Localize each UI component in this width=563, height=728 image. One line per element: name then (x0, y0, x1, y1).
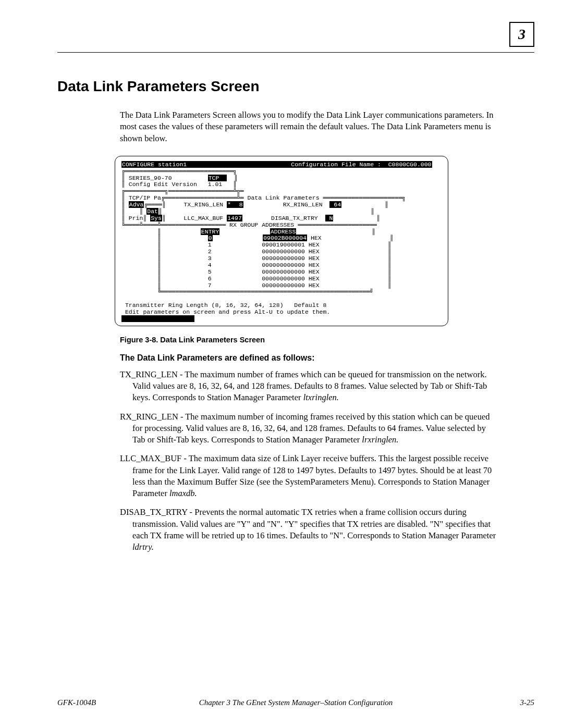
footer-center: Chapter 3 The GEnet System Manager–Stati… (57, 698, 534, 707)
chapter-number-box: 3 (509, 22, 534, 47)
param-def-3: DISAB_TX_RTRY - Prevents the normal auto… (120, 507, 500, 553)
footer-left: GFK-1004B (57, 698, 96, 707)
param-def-2: LLC_MAX_BUF - The maximum data size of L… (120, 453, 500, 499)
section-title: Data Link Parameters Screen (57, 78, 506, 95)
page-footer: GFK-1004B Chapter 3 The GEnet System Man… (57, 698, 534, 707)
subheading: The Data Link Parameters are defined as … (120, 353, 506, 363)
intro-paragraph: The Data Link Parameters Screen allows y… (120, 109, 500, 144)
chapter-number: 3 (518, 26, 525, 43)
footer-right: 3-25 (520, 698, 535, 707)
param-def-1: RX_RING_LEN - The maximum number of inco… (120, 411, 500, 446)
terminal-content: CONFIGURE station1 Configuration File Na… (121, 162, 442, 323)
header-rule (57, 52, 534, 53)
param-def-0: TX_RING_LEN - The maximum number of fram… (120, 369, 500, 404)
parameter-definitions: TX_RING_LEN - The maximum number of fram… (120, 369, 500, 553)
figure-caption: Figure 3-8. Data Link Parameters Screen (120, 336, 506, 344)
terminal-screenshot: CONFIGURE station1 Configuration File Na… (115, 156, 448, 326)
